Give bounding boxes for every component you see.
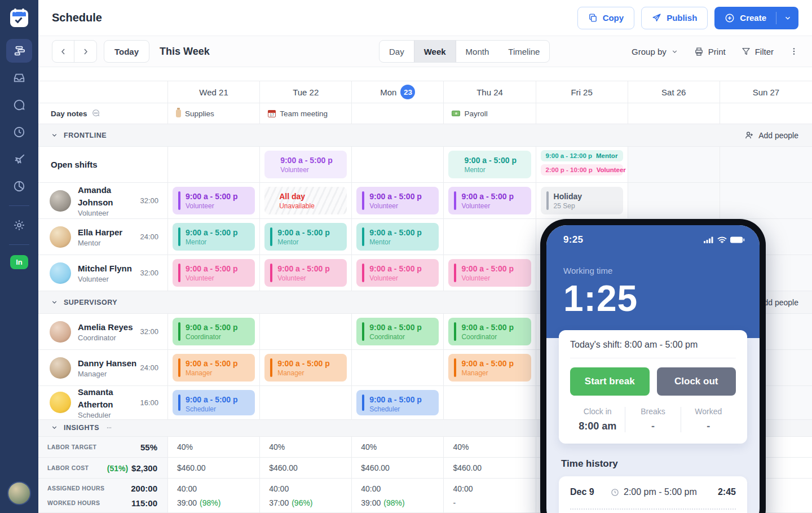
shift-cell[interactable]: 9:00 a - 5:00 pMentor (168, 219, 260, 255)
time-history-entry[interactable]: Dec 9 2:00 pm - 5:00 pm 2:45 (570, 487, 736, 497)
sidebar-item-inbox[interactable] (6, 66, 32, 90)
user-avatar[interactable] (7, 481, 31, 505)
kebab-menu-icon[interactable] (789, 46, 798, 56)
shift-cell[interactable]: 9:00 a - 5:00 pVolunteer (168, 255, 260, 291)
open-shift-cell-tue[interactable]: 9:00 a - 5:00 pVolunteer (260, 147, 352, 183)
tab-week[interactable]: Week (414, 41, 456, 62)
shift-card[interactable]: 9:00 a - 5:00 pCoordinator (173, 318, 255, 345)
shift-cell[interactable]: 9:00 a - 5:00 pCoordinator (168, 314, 260, 350)
shift-card[interactable]: 9:00 a - 5:00 pVolunteer (356, 259, 439, 287)
open-shift-cell-fri[interactable]: 9:00 a - 12:00 pMentor 2:00 p - 10:00 pV… (536, 147, 628, 183)
tab-day[interactable]: Day (379, 41, 414, 62)
shift-cell[interactable]: 9:00 a - 5:00 pVolunteer (168, 183, 260, 219)
shift-card[interactable]: 9:00 a - 5:00 pManager (173, 354, 255, 382)
supervisory-collapse-toggle[interactable]: SUPERVISORY (51, 299, 117, 306)
shift-cell[interactable]: 9:00 a - 5:00 pManager (444, 350, 536, 386)
publish-button[interactable]: Publish (641, 7, 708, 29)
shift-card[interactable]: 9:00 a - 5:00 pScheduler (173, 390, 255, 415)
shift-card[interactable]: 9:00 a - 5:00 pManager (264, 354, 347, 382)
open-shift-card[interactable]: 9:00 a - 5:00 pMentor (448, 151, 531, 178)
shift-cell[interactable] (444, 386, 536, 420)
day-note-sat[interactable] (628, 103, 720, 124)
employee-cell[interactable]: Ella HarperMentor 24:00 (38, 219, 168, 255)
tab-month[interactable]: Month (456, 41, 499, 62)
open-shift-cell-mon[interactable] (352, 147, 444, 183)
create-button[interactable]: Create (714, 7, 798, 29)
day-note-fri[interactable] (536, 103, 628, 124)
shift-cell[interactable] (720, 183, 812, 219)
employee-cell[interactable]: Mitchel FlynnVolunteer 32:00 (38, 255, 168, 291)
shift-cell[interactable]: 9:00 a - 5:00 pScheduler (352, 386, 444, 420)
shift-cell[interactable] (260, 386, 352, 420)
shift-card[interactable]: 9:00 a - 5:00 pVolunteer (173, 187, 255, 214)
group-by-dropdown[interactable]: Group by (632, 47, 678, 56)
day-note-thu[interactable]: Payroll (444, 103, 536, 124)
holiday-card[interactable]: Holiday25 Sep (541, 187, 623, 214)
shift-cell[interactable]: 9:00 a - 5:00 pVolunteer (444, 255, 536, 291)
sidebar-item-reports[interactable] (6, 174, 32, 198)
shift-cell[interactable]: 9:00 a - 5:00 pMentor (352, 219, 444, 255)
filter-button[interactable]: Filter (742, 47, 774, 56)
shift-card[interactable]: 9:00 a - 5:00 pVolunteer (264, 259, 347, 287)
open-shift-card[interactable]: 2:00 p - 10:00 pVolunteer (541, 164, 623, 176)
print-button[interactable]: Print (694, 47, 726, 56)
sidebar-item-settings[interactable] (6, 213, 32, 237)
shift-card[interactable]: 9:00 a - 5:00 pScheduler (356, 390, 439, 415)
shift-cell[interactable]: All dayUnavailable (260, 183, 352, 219)
open-shift-card[interactable]: 9:00 a - 5:00 pVolunteer (264, 151, 347, 178)
employee-cell[interactable]: Amanda JohnsonVolunteer 32:00 (38, 183, 168, 219)
shift-card[interactable]: 9:00 a - 5:00 pVolunteer (448, 187, 531, 214)
open-shift-cell-wed[interactable] (168, 147, 260, 183)
shift-cell[interactable]: 9:00 a - 5:00 pVolunteer (260, 255, 352, 291)
shift-cell[interactable]: 9:00 a - 5:00 pManager (260, 350, 352, 386)
shift-card[interactable]: 9:00 a - 5:00 pMentor (173, 223, 255, 251)
shift-cell[interactable]: 9:00 a - 5:00 pManager (168, 350, 260, 386)
insights-collapse-toggle[interactable]: INSIGHTS (51, 424, 113, 432)
shift-cell[interactable]: 9:00 a - 5:00 pScheduler (168, 386, 260, 420)
next-week-button[interactable] (74, 41, 96, 62)
shift-cell[interactable]: 9:00 a - 5:00 pCoordinator (444, 314, 536, 350)
shift-card[interactable]: 9:00 a - 5:00 pVolunteer (448, 259, 531, 287)
sidebar-item-timeclock[interactable] (6, 120, 32, 144)
shift-card[interactable]: 9:00 a - 5:00 pMentor (356, 223, 439, 251)
shift-card[interactable]: 9:00 a - 5:00 pMentor (264, 223, 347, 251)
shift-card[interactable]: 9:00 a - 5:00 pManager (448, 354, 531, 382)
copy-button[interactable]: Copy (577, 7, 635, 29)
day-note-sun[interactable] (720, 103, 812, 124)
day-note-mon[interactable] (352, 103, 444, 124)
open-shift-cell-sun[interactable] (720, 147, 812, 183)
open-shift-card[interactable]: 9:00 a - 12:00 pMentor (541, 150, 623, 161)
clock-out-button[interactable]: Clock out (657, 367, 736, 396)
day-note-wed[interactable]: Supplies (168, 103, 260, 124)
shift-cell[interactable]: 9:00 a - 5:00 pVolunteer (352, 255, 444, 291)
prev-week-button[interactable] (52, 41, 74, 62)
shift-cell[interactable] (444, 219, 536, 255)
frontline-collapse-toggle[interactable]: FRONTLINE (51, 131, 107, 139)
shift-cell[interactable] (260, 314, 352, 350)
add-people-button[interactable]: Add people (744, 130, 798, 140)
tab-timeline[interactable]: Timeline (498, 41, 549, 62)
shift-cell[interactable] (628, 183, 720, 219)
shift-card[interactable]: 9:00 a - 5:00 pCoordinator (356, 318, 439, 345)
shift-cell[interactable]: 9:00 a - 5:00 pMentor (260, 219, 352, 255)
today-button[interactable]: Today (104, 40, 149, 63)
shift-cell[interactable]: 9:00 a - 5:00 pCoordinator (352, 314, 444, 350)
employee-cell[interactable]: Danny HansenManager 24:00 (38, 350, 168, 386)
sidebar-item-timeoff[interactable] (6, 147, 32, 171)
start-break-button[interactable]: Start break (570, 367, 650, 396)
employee-cell[interactable]: Samanta AthertonScheduler 16:00 (38, 386, 168, 420)
open-shift-cell-thu[interactable]: 9:00 a - 5:00 pMentor (444, 147, 536, 183)
shift-cell[interactable]: 9:00 a - 5:00 pVolunteer (444, 183, 536, 219)
shift-card[interactable]: 9:00 a - 5:00 pVolunteer (356, 187, 439, 214)
open-shift-cell-sat[interactable] (628, 147, 720, 183)
employee-cell[interactable]: Amelia ReyesCoordinator 32:00 (38, 314, 168, 350)
clocked-in-badge[interactable]: In (10, 255, 28, 269)
shift-card[interactable]: 9:00 a - 5:00 pCoordinator (448, 318, 531, 345)
shift-cell[interactable] (352, 350, 444, 386)
unavailable-card[interactable]: All dayUnavailable (264, 187, 347, 214)
shift-cell[interactable]: 9:00 a - 5:00 pVolunteer (352, 183, 444, 219)
day-note-tue[interactable]: Team meeting (260, 103, 352, 124)
app-logo-calendar-icon[interactable] (9, 8, 29, 28)
ellipsis-icon[interactable] (105, 425, 113, 431)
shift-card[interactable]: 9:00 a - 5:00 pVolunteer (173, 259, 255, 287)
